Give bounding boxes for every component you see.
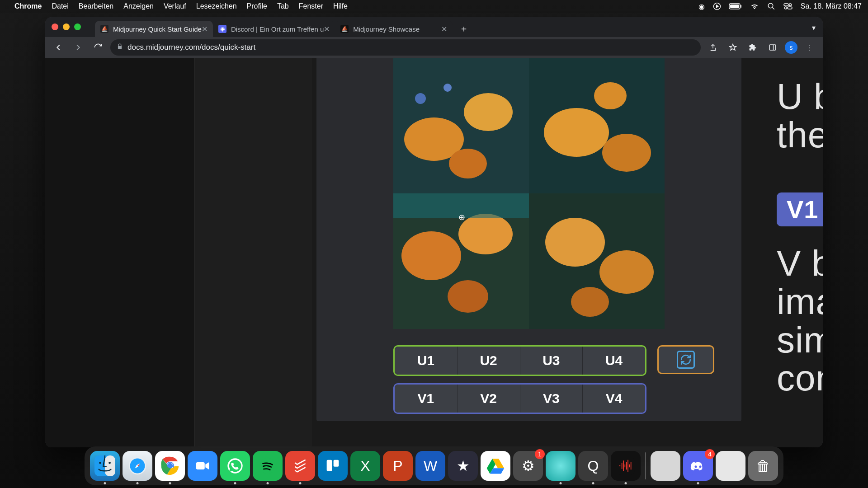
dock-trash-icon[interactable]: 🗑 [748,451,778,481]
dock-chrome-icon[interactable] [155,451,185,481]
svg-rect-47 [334,460,339,467]
variation-v1-button[interactable]: V1 [395,385,458,413]
docs-subnav [194,58,312,447]
window-fullscreen-button[interactable] [74,23,81,30]
favicon-icon: ⛵ [340,25,349,33]
svg-point-24 [458,214,513,254]
menu-verlauf[interactable]: Verlauf [164,2,186,10]
menu-fenster[interactable]: Fenster [299,2,323,10]
menu-anzeigen[interactable]: Anzeigen [123,2,154,10]
search-icon[interactable] [767,2,775,10]
variation-v3-button[interactable]: V3 [520,385,583,413]
reroll-button[interactable] [657,345,714,374]
tab-discord[interactable]: ◉ Discord | Ein Ort zum Treffen u ✕ [213,21,335,37]
dock-word-icon[interactable]: W [415,451,445,481]
dock-app-teal-icon[interactable] [546,451,576,481]
grid-cell-2: 2 [529,58,665,193]
upscale-u2-button[interactable]: U2 [458,347,520,375]
tab-close-icon[interactable]: ✕ [202,25,208,33]
lock-icon [117,43,123,52]
tab-midjourney-docs[interactable]: ⛵ Midjourney Quick Start Guide ✕ [95,21,213,37]
svg-point-50 [695,465,697,468]
favicon-icon: ◉ [218,25,226,33]
svg-rect-6 [784,4,788,6]
svg-point-29 [599,250,654,294]
address-bar[interactable]: docs.midjourney.com/docs/quick-start [110,39,701,56]
kebab-menu-icon[interactable]: ⋮ [802,40,817,55]
control-center-icon[interactable] [783,3,793,9]
svg-point-20 [602,134,651,172]
upscale-u4-button[interactable]: U4 [583,347,645,375]
page-viewport[interactable]: 1 2 3 ⊕ 4 [45,58,823,447]
tab-midjourney-showcase[interactable]: ⛵ Midjourney Showcase ✕ [335,21,453,37]
dock-imovie-icon[interactable]: ★ [448,451,478,481]
dock-settings-icon[interactable]: ⚙1 [513,451,543,481]
dock-spotify-icon[interactable] [253,451,283,481]
svg-point-28 [545,218,605,267]
window-close-button[interactable] [52,23,58,30]
docs-sidebar[interactable] [45,58,194,447]
menu-bearbeiten[interactable]: Bearbeiten [79,2,113,10]
dock-finder-icon[interactable] [90,451,120,481]
menu-hilfe[interactable]: Hilfe [333,2,348,10]
grid-cell-1: 1 [393,58,529,193]
battery-icon[interactable] [729,3,742,9]
variation-v4-button[interactable]: V4 [583,385,645,413]
tab-close-icon[interactable]: ✕ [441,25,447,33]
wifi-icon[interactable] [750,3,759,9]
dock-preview-doc-icon[interactable] [651,451,680,481]
dock-quicktime-icon[interactable]: Q [578,451,608,481]
dock-zoom-icon[interactable] [188,451,217,481]
dock-trello-icon[interactable] [318,451,348,481]
svg-point-14 [464,93,513,131]
menu-tab[interactable]: Tab [277,2,289,10]
dock-voice-memos-icon[interactable] [611,451,641,481]
playback-icon[interactable] [713,2,721,10]
dock-powerpoint-icon[interactable]: P [383,451,413,481]
upscale-u1-button[interactable]: U1 [395,347,458,375]
grid-cell-3: 3 ⊕ [393,193,529,329]
dock-whatsapp-icon[interactable] [220,451,250,481]
svg-point-23 [401,231,461,280]
back-button[interactable] [51,40,66,55]
menubar-app-name[interactable]: Chrome [14,2,42,10]
tab-title: Discord | Ein Ort zum Treffen u [231,25,324,33]
dock-discord-icon[interactable]: 4 [683,451,713,481]
dock-excel-icon[interactable]: X [350,451,380,481]
dock-drive-icon[interactable] [481,451,510,481]
menu-datei[interactable]: Datei [52,2,68,10]
dock-badge: 1 [535,449,545,459]
variation-v2-button[interactable]: V2 [458,385,520,413]
running-indicator [299,482,302,484]
menu-profile[interactable]: Profile [247,2,267,10]
tabs-dropdown-icon[interactable]: ▾ [812,23,816,32]
record-icon[interactable]: ◉ [698,2,705,11]
new-tab-button[interactable]: ＋ [457,22,471,35]
tab-close-icon[interactable]: ✕ [324,25,330,33]
text-line: U bu [777,78,823,116]
favicon-icon: ⛵ [100,25,108,33]
extensions-icon[interactable] [745,40,760,55]
upscale-u3-button[interactable]: U3 [520,347,583,375]
image-grid: 1 2 3 ⊕ 4 [393,58,665,329]
text-line: sim [777,321,823,360]
dock-safari-icon[interactable] [123,451,152,481]
menu-lesezeichen[interactable]: Lesezeichen [196,2,237,10]
sidepanel-icon[interactable] [765,40,780,55]
dock-todoist-icon[interactable] [285,451,315,481]
menubar-clock[interactable]: Sa. 18. März 08:47 [801,2,862,10]
window-minimize-button[interactable] [63,23,70,30]
chrome-window: ⛵ Midjourney Quick Start Guide ✕ ◉ Disco… [45,17,823,447]
profile-avatar[interactable]: s [785,41,797,54]
tab-title: Midjourney Quick Start Guide [113,25,202,33]
running-indicator [234,482,236,484]
bookmark-icon[interactable] [725,40,741,55]
svg-point-19 [544,108,609,157]
svg-point-16 [415,93,426,104]
forward-button[interactable] [71,40,86,55]
mac-menubar: Chrome Datei Bearbeiten Anzeigen Verlauf… [0,0,868,13]
reload-button[interactable] [90,40,106,55]
text-line: the [777,116,823,155]
share-icon[interactable] [705,40,721,55]
dock-notes-stack-icon[interactable] [716,451,745,481]
